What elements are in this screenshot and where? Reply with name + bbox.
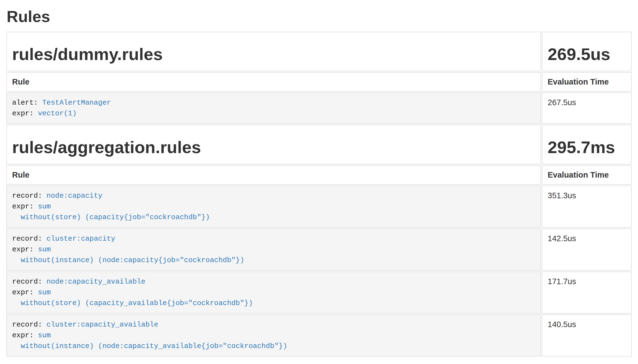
rule-eval-time-cell: 142.5us [542, 229, 632, 271]
rule-row: record: node:capacity expr: sum without(… [6, 186, 632, 228]
rule-group-file-cell: rules/aggregation.rules [6, 125, 541, 164]
rule-definition-cell: record: node:capacity expr: sum without(… [6, 186, 541, 228]
rule-expression-link[interactable]: node:capacity_available [47, 278, 145, 286]
rule-keyword: expr: [12, 202, 38, 211]
rule-definition: record: node:capacity expr: sum without(… [12, 191, 535, 223]
rule-definition: alert: TestAlertManager expr: vector(1) [12, 97, 535, 119]
rule-definition-cell: record: cluster:capacity expr: sum witho… [6, 229, 541, 271]
rule-eval-time-cell: 140.5us [542, 314, 632, 357]
rule-row: alert: TestAlertManager expr: vector(1)2… [6, 93, 632, 124]
page-title: Rules [7, 8, 632, 25]
rule-expression-link[interactable]: TestAlertManager [42, 99, 111, 107]
rule-keyword: record: [12, 278, 47, 286]
rule-definition: record: cluster:capacity_available expr:… [12, 319, 535, 352]
rule-eval-time-cell: 267.5us [542, 93, 632, 124]
rule-definition-cell: record: node:capacity_available expr: su… [6, 271, 541, 314]
rule-expression-link[interactable]: vector(1) [38, 109, 77, 118]
evaluation-time-column-header: Evaluation Time [542, 165, 632, 185]
rule-row: record: cluster:capacity expr: sum witho… [6, 229, 632, 271]
rule-keyword: expr: [12, 245, 38, 254]
rule-keyword: record: [12, 235, 47, 243]
rule-keyword: expr: [12, 331, 38, 339]
rule-expression-link[interactable]: cluster:capacity_available [47, 320, 158, 329]
rule-group-file-name: rules/dummy.rules [12, 45, 535, 64]
rule-eval-time-cell: 171.7us [542, 271, 632, 314]
rule-expression-link[interactable]: sum without(store) (capacity{job="cockro… [12, 202, 210, 221]
rule-expression-link[interactable]: sum without(store) (capacity_available{j… [12, 288, 253, 307]
rule-expression-link[interactable]: node:capacity [47, 192, 102, 200]
rule-column-header: Rule [6, 72, 541, 92]
rule-group-file-name: rules/aggregation.rules [12, 138, 535, 157]
rule-definition-cell: record: cluster:capacity_available expr:… [6, 314, 541, 357]
rule-keyword: expr: [12, 288, 38, 297]
rule-keyword: alert: [12, 99, 42, 107]
rule-keyword: record: [12, 320, 47, 329]
rule-group-eval-time-cell: 295.7ms [542, 125, 632, 164]
rule-group-eval-time: 269.5us [548, 45, 626, 64]
rule-column-header: Rule [6, 165, 541, 185]
rule-definition: record: cluster:capacity expr: sum witho… [12, 233, 535, 266]
rule-definition: record: node:capacity_available expr: su… [12, 276, 535, 309]
rules-table-body: rules/dummy.rules269.5usRuleEvaluation T… [6, 32, 632, 357]
rule-definition-cell: alert: TestAlertManager expr: vector(1) [6, 93, 541, 124]
rules-column-header-row: RuleEvaluation Time [6, 165, 632, 185]
rule-expression-link[interactable]: sum without(instance) (node:capacity_ava… [12, 331, 287, 350]
rule-expression-link[interactable]: sum without(instance) (node:capacity{job… [12, 245, 244, 264]
rule-keyword: record: [12, 192, 47, 200]
rule-group-header-row: rules/aggregation.rules295.7ms [6, 125, 632, 164]
rule-group-eval-time: 295.7ms [548, 138, 626, 157]
rule-eval-time-cell: 351.3us [542, 186, 632, 228]
rule-group-file-cell: rules/dummy.rules [6, 32, 541, 71]
rule-expression-link[interactable]: cluster:capacity [47, 235, 115, 243]
rules-table: rules/dummy.rules269.5usRuleEvaluation T… [6, 31, 632, 357]
rule-keyword: expr: [12, 109, 38, 118]
rule-group-header-row: rules/dummy.rules269.5us [6, 32, 632, 71]
rule-group-eval-time-cell: 269.5us [542, 32, 632, 71]
rule-row: record: node:capacity_available expr: su… [6, 271, 632, 314]
rule-row: record: cluster:capacity_available expr:… [6, 314, 632, 357]
rules-column-header-row: RuleEvaluation Time [6, 72, 632, 92]
evaluation-time-column-header: Evaluation Time [542, 72, 632, 92]
